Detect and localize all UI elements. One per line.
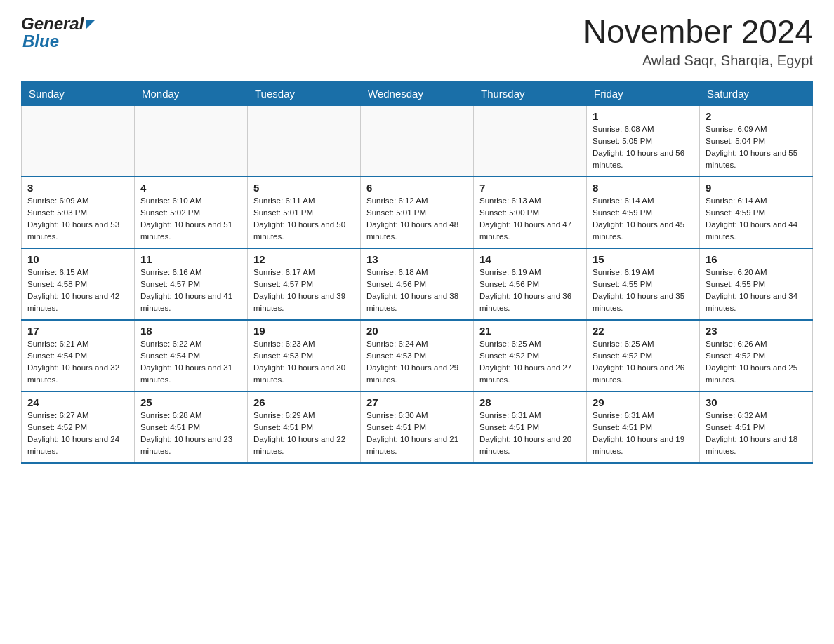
- day-number: 6: [366, 182, 468, 194]
- day-number: 2: [706, 110, 807, 122]
- week-row-4: 17Sunrise: 6:21 AMSunset: 4:54 PMDayligh…: [22, 320, 813, 391]
- calendar-cell: 24Sunrise: 6:27 AMSunset: 4:52 PMDayligh…: [22, 391, 135, 463]
- calendar-cell: 17Sunrise: 6:21 AMSunset: 4:54 PMDayligh…: [22, 320, 135, 391]
- calendar-cell: 13Sunrise: 6:18 AMSunset: 4:56 PMDayligh…: [361, 248, 474, 320]
- day-number: 13: [366, 253, 468, 265]
- day-number: 20: [366, 325, 468, 337]
- week-row-3: 10Sunrise: 6:15 AMSunset: 4:58 PMDayligh…: [22, 248, 813, 320]
- day-info: Sunrise: 6:18 AMSunset: 4:56 PMDaylight:…: [366, 267, 468, 315]
- day-number: 5: [253, 182, 355, 194]
- calendar-cell: 18Sunrise: 6:22 AMSunset: 4:54 PMDayligh…: [135, 320, 248, 391]
- day-info: Sunrise: 6:23 AMSunset: 4:53 PMDaylight:…: [253, 338, 355, 387]
- calendar-cell: 10Sunrise: 6:15 AMSunset: 4:58 PMDayligh…: [22, 248, 135, 320]
- day-info: Sunrise: 6:20 AMSunset: 4:55 PMDaylight:…: [706, 267, 807, 315]
- col-header-thursday: Thursday: [474, 81, 587, 105]
- col-header-wednesday: Wednesday: [361, 81, 474, 105]
- day-number: 16: [706, 253, 807, 265]
- day-number: 26: [253, 396, 355, 408]
- calendar-cell: 14Sunrise: 6:19 AMSunset: 4:56 PMDayligh…: [474, 248, 587, 320]
- week-row-5: 24Sunrise: 6:27 AMSunset: 4:52 PMDayligh…: [22, 391, 813, 463]
- day-info: Sunrise: 6:16 AMSunset: 4:57 PMDaylight:…: [140, 267, 241, 315]
- day-number: 15: [593, 253, 694, 265]
- day-info: Sunrise: 6:08 AMSunset: 5:05 PMDaylight:…: [593, 123, 694, 172]
- day-number: 3: [27, 182, 128, 194]
- calendar-cell: 30Sunrise: 6:32 AMSunset: 4:51 PMDayligh…: [700, 391, 813, 463]
- calendar-cell: [248, 105, 361, 177]
- day-info: Sunrise: 6:12 AMSunset: 5:01 PMDaylight:…: [366, 195, 468, 243]
- calendar-cell: 15Sunrise: 6:19 AMSunset: 4:55 PMDayligh…: [587, 248, 700, 320]
- calendar-cell: 28Sunrise: 6:31 AMSunset: 4:51 PMDayligh…: [474, 391, 587, 463]
- day-number: 1: [593, 110, 694, 122]
- col-header-sunday: Sunday: [22, 81, 135, 105]
- day-number: 29: [593, 396, 694, 408]
- col-header-saturday: Saturday: [700, 81, 813, 105]
- calendar-cell: 25Sunrise: 6:28 AMSunset: 4:51 PMDayligh…: [135, 391, 248, 463]
- calendar-cell: 3Sunrise: 6:09 AMSunset: 5:03 PMDaylight…: [22, 177, 135, 248]
- day-info: Sunrise: 6:17 AMSunset: 4:57 PMDaylight:…: [253, 267, 355, 315]
- day-number: 17: [27, 325, 128, 337]
- day-info: Sunrise: 6:09 AMSunset: 5:03 PMDaylight:…: [27, 195, 128, 243]
- day-number: 27: [366, 396, 468, 408]
- day-info: Sunrise: 6:29 AMSunset: 4:51 PMDaylight:…: [253, 410, 355, 458]
- col-header-monday: Monday: [135, 81, 248, 105]
- day-number: 24: [27, 396, 128, 408]
- day-number: 30: [706, 396, 807, 408]
- day-info: Sunrise: 6:09 AMSunset: 5:04 PMDaylight:…: [706, 123, 807, 172]
- day-info: Sunrise: 6:26 AMSunset: 4:52 PMDaylight:…: [706, 338, 807, 387]
- title-block: November 2024 Awlad Saqr, Sharqia, Egypt: [583, 14, 813, 69]
- logo: General Blue: [21, 14, 95, 51]
- day-number: 18: [140, 325, 241, 337]
- day-info: Sunrise: 6:22 AMSunset: 4:54 PMDaylight:…: [140, 338, 241, 387]
- day-info: Sunrise: 6:21 AMSunset: 4:54 PMDaylight:…: [27, 338, 128, 387]
- logo-triangle-icon: [86, 20, 95, 29]
- day-number: 8: [593, 182, 694, 194]
- day-info: Sunrise: 6:24 AMSunset: 4:53 PMDaylight:…: [366, 338, 468, 387]
- day-number: 12: [253, 253, 355, 265]
- day-info: Sunrise: 6:11 AMSunset: 5:01 PMDaylight:…: [253, 195, 355, 243]
- calendar-cell: 23Sunrise: 6:26 AMSunset: 4:52 PMDayligh…: [700, 320, 813, 391]
- week-row-2: 3Sunrise: 6:09 AMSunset: 5:03 PMDaylight…: [22, 177, 813, 248]
- calendar-cell: 22Sunrise: 6:25 AMSunset: 4:52 PMDayligh…: [587, 320, 700, 391]
- week-row-1: 1Sunrise: 6:08 AMSunset: 5:05 PMDaylight…: [22, 105, 813, 177]
- day-info: Sunrise: 6:32 AMSunset: 4:51 PMDaylight:…: [706, 410, 807, 458]
- page-header: General Blue November 2024 Awlad Saqr, S…: [21, 14, 813, 69]
- calendar-cell: [474, 105, 587, 177]
- calendar-cell: 20Sunrise: 6:24 AMSunset: 4:53 PMDayligh…: [361, 320, 474, 391]
- day-number: 28: [479, 396, 581, 408]
- calendar-cell: 5Sunrise: 6:11 AMSunset: 5:01 PMDaylight…: [248, 177, 361, 248]
- calendar-cell: 1Sunrise: 6:08 AMSunset: 5:05 PMDaylight…: [587, 105, 700, 177]
- day-info: Sunrise: 6:10 AMSunset: 5:02 PMDaylight:…: [140, 195, 241, 243]
- calendar-cell: 11Sunrise: 6:16 AMSunset: 4:57 PMDayligh…: [135, 248, 248, 320]
- day-info: Sunrise: 6:25 AMSunset: 4:52 PMDaylight:…: [593, 338, 694, 387]
- calendar-cell: 9Sunrise: 6:14 AMSunset: 4:59 PMDaylight…: [700, 177, 813, 248]
- location-title: Awlad Saqr, Sharqia, Egypt: [583, 53, 813, 69]
- calendar-table: SundayMondayTuesdayWednesdayThursdayFrid…: [21, 81, 813, 464]
- calendar-cell: 7Sunrise: 6:13 AMSunset: 5:00 PMDaylight…: [474, 177, 587, 248]
- day-info: Sunrise: 6:25 AMSunset: 4:52 PMDaylight:…: [479, 338, 581, 387]
- calendar-cell: 16Sunrise: 6:20 AMSunset: 4:55 PMDayligh…: [700, 248, 813, 320]
- day-number: 23: [706, 325, 807, 337]
- day-info: Sunrise: 6:14 AMSunset: 4:59 PMDaylight:…: [706, 195, 807, 243]
- day-number: 11: [140, 253, 241, 265]
- col-header-tuesday: Tuesday: [248, 81, 361, 105]
- day-info: Sunrise: 6:19 AMSunset: 4:56 PMDaylight:…: [479, 267, 581, 315]
- logo-blue-text: Blue: [22, 32, 59, 51]
- calendar-cell: [22, 105, 135, 177]
- calendar-cell: 19Sunrise: 6:23 AMSunset: 4:53 PMDayligh…: [248, 320, 361, 391]
- calendar-cell: 29Sunrise: 6:31 AMSunset: 4:51 PMDayligh…: [587, 391, 700, 463]
- calendar-cell: 26Sunrise: 6:29 AMSunset: 4:51 PMDayligh…: [248, 391, 361, 463]
- calendar-cell: 4Sunrise: 6:10 AMSunset: 5:02 PMDaylight…: [135, 177, 248, 248]
- day-info: Sunrise: 6:31 AMSunset: 4:51 PMDaylight:…: [479, 410, 581, 458]
- day-info: Sunrise: 6:30 AMSunset: 4:51 PMDaylight:…: [366, 410, 468, 458]
- col-header-friday: Friday: [587, 81, 700, 105]
- day-info: Sunrise: 6:27 AMSunset: 4:52 PMDaylight:…: [27, 410, 128, 458]
- logo-general-text: General: [21, 14, 84, 34]
- calendar-cell: 2Sunrise: 6:09 AMSunset: 5:04 PMDaylight…: [700, 105, 813, 177]
- day-number: 19: [253, 325, 355, 337]
- calendar-header-row: SundayMondayTuesdayWednesdayThursdayFrid…: [22, 81, 813, 105]
- day-info: Sunrise: 6:14 AMSunset: 4:59 PMDaylight:…: [593, 195, 694, 243]
- calendar-cell: 8Sunrise: 6:14 AMSunset: 4:59 PMDaylight…: [587, 177, 700, 248]
- day-number: 4: [140, 182, 241, 194]
- calendar-cell: [361, 105, 474, 177]
- day-info: Sunrise: 6:15 AMSunset: 4:58 PMDaylight:…: [27, 267, 128, 315]
